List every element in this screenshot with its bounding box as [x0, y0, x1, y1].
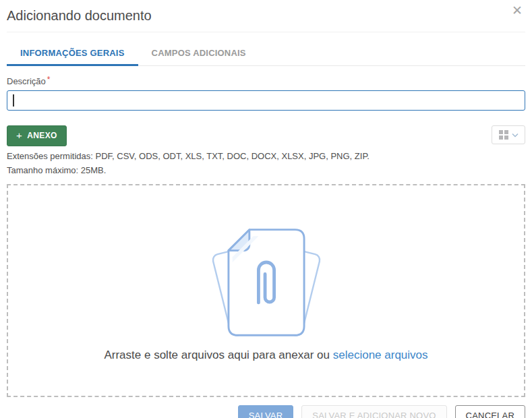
tab-informacoes-gerais[interactable]: INFORMAÇÕES GERAIS [7, 40, 138, 66]
description-input-wrap [7, 90, 525, 111]
description-input[interactable] [7, 90, 525, 111]
chevron-down-icon [512, 133, 519, 138]
add-document-modal: Adicionando documento ✕ INFORMAÇÕES GERA… [0, 0, 532, 418]
attachment-illustration-icon [188, 219, 345, 345]
plus-icon: + [16, 131, 22, 140]
dropzone-text: Arraste e solte arquivos aqui para anexa… [104, 349, 427, 362]
save-button[interactable]: SALVAR [238, 405, 294, 418]
tab-bar: INFORMAÇÕES GERAIS CAMPOS ADICIONAIS [7, 40, 525, 66]
modal-title: Adicionando documento [7, 8, 525, 24]
attach-row: + ANEXO [7, 125, 525, 146]
allowed-extensions-hint: Extensões permitidas: PDF, CSV, ODS, ODT… [7, 150, 384, 178]
add-attachment-button[interactable]: + ANEXO [7, 125, 67, 146]
modal-footer: SALVAR SALVAR E ADICIONAR NOVO CANCELAR [7, 405, 525, 418]
save-and-add-new-button[interactable]: SALVAR E ADICIONAR NOVO [301, 405, 446, 418]
select-files-link[interactable]: selecione arquivos [333, 349, 428, 361]
grid-view-icon [499, 130, 508, 140]
text-cursor [13, 94, 14, 107]
tab-campos-adicionais[interactable]: CAMPOS ADICIONAIS [138, 40, 260, 66]
description-field: Descrição* [7, 75, 525, 111]
description-label: Descrição* [7, 76, 50, 86]
cancel-button[interactable]: CANCELAR [455, 405, 525, 418]
modal-header: Adicionando documento ✕ [7, 0, 525, 32]
file-dropzone[interactable]: Arraste e solte arquivos aqui para anexa… [7, 184, 525, 397]
anexo-button-label: ANEXO [27, 131, 57, 140]
view-options-button[interactable] [492, 125, 525, 144]
close-icon[interactable]: ✕ [509, 1, 525, 20]
required-marker: * [47, 75, 51, 84]
